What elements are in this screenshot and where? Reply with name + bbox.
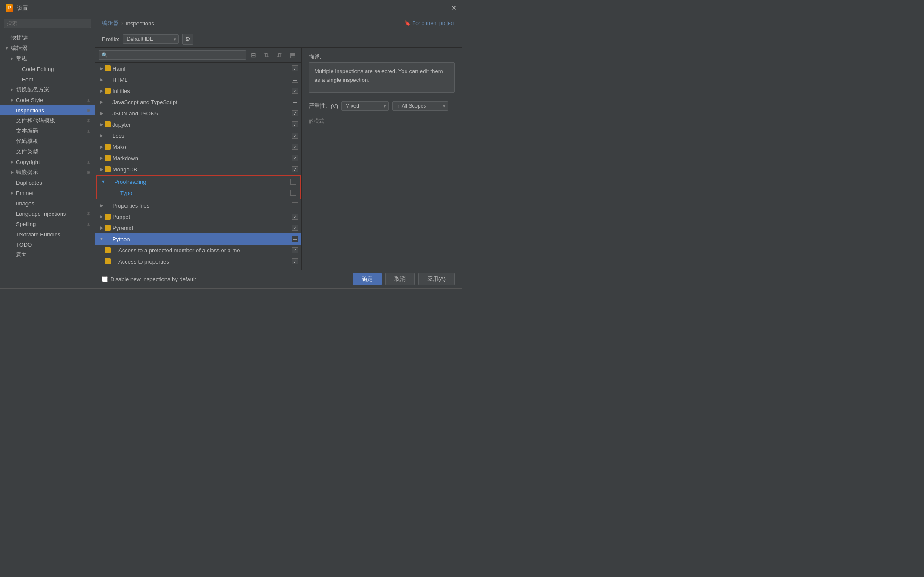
window-title: 设置 [17, 4, 28, 12]
ok-button[interactable]: 确定 [353, 273, 382, 285]
sidebar-item-font[interactable]: Font [0, 74, 95, 84]
copy-icon: ⊕ [85, 107, 91, 113]
inspection-checkbox[interactable] [292, 110, 298, 116]
copy-icon: ⊕ [85, 221, 91, 227]
inspection-checkbox[interactable] [292, 144, 298, 150]
sidebar-item-editor[interactable]: ▼ 编辑器 [0, 43, 95, 53]
arrow-icon: ▶ [99, 133, 105, 138]
window-controls: ✕ [450, 5, 456, 11]
inspection-checkbox[interactable] [292, 99, 298, 105]
filter-button[interactable]: ⊟ [248, 50, 259, 61]
inspection-label: Haml [112, 65, 292, 72]
sidebar-item-inspections[interactable]: Inspections ⊕ [0, 105, 95, 115]
sidebar-item-copyright[interactable]: ▶ Copyright ⊕ [0, 157, 95, 167]
copy-icon: ⊕ [85, 97, 91, 103]
arrow-icon: ▶ [99, 66, 105, 71]
inspection-row-py-access-props[interactable]: Access to properties [95, 256, 301, 267]
sidebar-item-text-encoding[interactable]: 文本编码 ⊕ [0, 126, 95, 136]
sidebar-item-shortcuts[interactable]: 快捷键 [0, 33, 95, 43]
sidebar-item-label: Inspections [16, 107, 84, 114]
disable-new-inspections-checkbox[interactable] [102, 276, 108, 282]
main-area: 快捷键 ▼ 编辑器 ▶ 常规 Code Editing Font [0, 16, 462, 288]
inspection-label: HTML [112, 77, 292, 83]
inspection-row-jupyter[interactable]: ▶ Jupyter [95, 119, 301, 130]
inspection-row-pyramid[interactable]: ▶ Pyramid [95, 222, 301, 233]
close-button[interactable]: ✕ [450, 5, 456, 11]
inspection-checkbox[interactable] [292, 65, 298, 71]
inspection-row-py-access-protected[interactable]: Access to a protected member of a class … [95, 245, 301, 256]
inspection-row-properties[interactable]: ▶ Properties files [95, 200, 301, 211]
scope-select[interactable]: In All Scopes In Project Files In Test F… [392, 101, 448, 111]
sidebar-item-code-templates[interactable]: 代码模板 [0, 136, 95, 146]
profile-gear-button[interactable]: ⚙ [182, 34, 193, 45]
inspection-row-html[interactable]: ▶ HTML [95, 74, 301, 85]
inspection-checkbox[interactable] [290, 190, 296, 196]
inspection-checkbox[interactable] [292, 77, 298, 83]
inspection-row-js-ts[interactable]: ▶ JavaScript and TypeScript [95, 96, 301, 108]
collapse-all-button[interactable]: ⇵ [274, 50, 285, 61]
arrow-icon [9, 231, 15, 237]
sidebar-item-images[interactable]: Images [0, 198, 95, 208]
inspection-row-json[interactable]: ▶ JSON and JSON5 [95, 108, 301, 119]
apply-button[interactable]: 应用(A) [418, 273, 455, 285]
sidebar-item-embed-hints[interactable]: ▶ 镶嵌提示 ⊕ [0, 167, 95, 177]
inspection-checkbox[interactable] [292, 225, 298, 231]
inspection-row-less[interactable]: ▶ Less [95, 130, 301, 141]
inspection-checkbox[interactable] [292, 88, 298, 94]
arrow-icon [4, 35, 10, 41]
expand-all-button[interactable]: ⇅ [261, 50, 272, 61]
inspection-row-ini[interactable]: ▶ Ini files [95, 85, 301, 96]
severity-select[interactable]: Mixed Error Warning Weak warning Info [341, 101, 389, 111]
disable-checkbox-label: Disable new inspections by default [102, 276, 196, 282]
inspection-checkbox[interactable] [290, 179, 296, 185]
inspection-row-markdown[interactable]: ▶ Markdown [95, 152, 301, 164]
sidebar-item-label: Font [22, 76, 91, 83]
for-project-button[interactable]: 🔖 For current project [404, 20, 455, 26]
settings-window: P 设置 ✕ 快捷键 ▼ 编辑器 [0, 0, 462, 288]
breadcrumb-current: Inspections [126, 20, 154, 27]
inspection-row-typo[interactable]: Typo [97, 187, 300, 199]
inspection-checkbox[interactable] [292, 155, 298, 161]
inspection-checkbox[interactable] [292, 133, 298, 139]
sidebar-item-code-editing[interactable]: Code Editing [0, 64, 95, 74]
arrow-icon [9, 200, 15, 206]
severity-row: 严重性: (V) Mixed Error Warning Weak warnin… [309, 101, 455, 111]
sidebar-item-general[interactable]: ▶ 常规 [0, 53, 95, 64]
inspection-checkbox[interactable] [292, 247, 298, 253]
inspection-row-mako[interactable]: ▶ Mako [95, 141, 301, 152]
severity-indicator [105, 88, 111, 94]
arrow-icon: ▶ [9, 97, 15, 103]
title-bar: P 设置 ✕ [0, 0, 462, 16]
inspection-checkbox[interactable] [292, 236, 298, 242]
v-label: (V) [331, 103, 338, 109]
inspection-row-mongodb[interactable]: ▶ MongoDB [95, 164, 301, 175]
inspection-checkbox[interactable] [292, 214, 298, 220]
inspection-checkbox[interactable] [292, 121, 298, 127]
sidebar-item-file-code-templates[interactable]: 文件和代码模板 ⊕ [0, 115, 95, 126]
inspection-checkbox[interactable] [292, 166, 298, 172]
sidebar-search-input[interactable] [4, 19, 91, 28]
inspection-row-haml[interactable]: ▶ Haml [95, 63, 301, 74]
sidebar-item-duplicates[interactable]: Duplicates [0, 177, 95, 188]
inspection-checkbox[interactable] [292, 202, 298, 208]
inspection-row-puppet[interactable]: ▶ Puppet [95, 211, 301, 222]
cancel-button[interactable]: 取消 [385, 273, 415, 285]
sidebar-item-todo[interactable]: TODO [0, 239, 95, 250]
inspection-row-proofreading[interactable]: ▼ Proofreading [97, 176, 300, 187]
sidebar-item-color-scheme[interactable]: ▶ 切换配色方案 [0, 84, 95, 95]
sidebar-item-intention[interactable]: 意向 [0, 250, 95, 260]
sidebar-item-code-style[interactable]: ▶ Code Style ⊕ [0, 95, 95, 105]
inspection-search-input[interactable] [99, 50, 246, 60]
profile-select[interactable]: Default IDE Project Default [123, 34, 179, 44]
breadcrumb-parent[interactable]: 编辑器 [102, 19, 119, 27]
sidebar-item-emmet[interactable]: ▶ Emmet [0, 188, 95, 198]
arrow-icon [9, 149, 15, 155]
inspection-row-python[interactable]: ▼ Python [95, 233, 301, 245]
arrow-icon: ▶ [99, 122, 105, 127]
sidebar-item-lang-injections[interactable]: Language Injections ⊕ [0, 208, 95, 219]
sidebar-item-textmate[interactable]: TextMate Bundles [0, 229, 95, 239]
sidebar-item-spelling[interactable]: Spelling ⊕ [0, 219, 95, 229]
sidebar-item-file-types[interactable]: 文件类型 [0, 146, 95, 157]
layout-button[interactable]: ▤ [287, 50, 298, 61]
inspection-checkbox[interactable] [292, 258, 298, 264]
